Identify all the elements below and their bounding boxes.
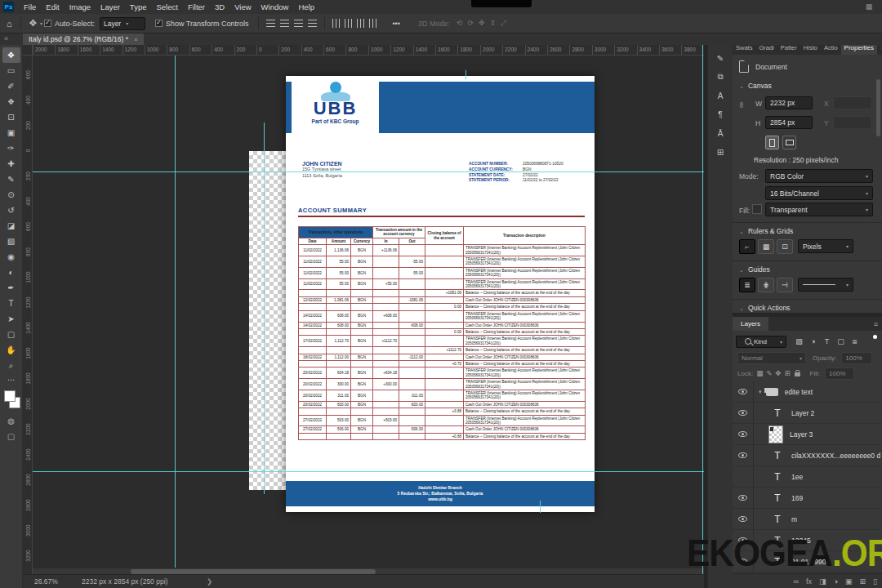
- visibility-toggle[interactable]: [733, 424, 754, 444]
- distribute-middle-icon[interactable]: [345, 19, 352, 28]
- layer-filter-icon[interactable]: T: [821, 336, 833, 348]
- smart-guides-icon[interactable]: ⋕: [758, 278, 774, 292]
- history-brush-tool[interactable]: ↺: [2, 203, 20, 218]
- layer-effects-icon[interactable]: fx: [806, 577, 812, 586]
- menu-item[interactable]: Image: [65, 0, 96, 14]
- guide-vertical-left[interactable]: [175, 56, 176, 568]
- ruler-units-dropdown[interactable]: Pixels▾: [798, 239, 853, 253]
- paragraph-panel-icon[interactable]: ¶: [711, 106, 729, 122]
- more-options-icon[interactable]: •••: [392, 20, 399, 28]
- lock-icon[interactable]: ✥: [775, 369, 781, 377]
- visibility-toggle[interactable]: [733, 488, 754, 508]
- visibility-toggle[interactable]: [733, 509, 754, 529]
- layer-filter-icon[interactable]: ◑: [807, 336, 819, 348]
- menu-item[interactable]: Layer: [96, 0, 125, 14]
- distribute-vertical-icon[interactable]: [369, 19, 376, 28]
- crop-tool[interactable]: ⊡: [2, 109, 20, 125]
- blur-tool[interactable]: ◉: [2, 249, 20, 265]
- guide-horizontal-bottom[interactable]: [33, 471, 704, 472]
- kind-filter-dropdown[interactable]: Kind ▾: [736, 336, 786, 348]
- rulers-grids-section-header[interactable]: ⌄Rulers & Grids: [739, 227, 793, 235]
- zoom-level-field[interactable]: 26.67%: [34, 577, 58, 586]
- edit-toolbar-icon[interactable]: ⋯: [7, 376, 15, 384]
- type-tool[interactable]: T: [2, 296, 20, 311]
- visibility-toggle[interactable]: [733, 466, 754, 487]
- zoom-tool[interactable]: ⌕: [2, 358, 20, 373]
- horizontal-ruler[interactable]: 2000180016001400120010008006004002000200…: [33, 45, 704, 56]
- tab-layers[interactable]: Layers: [733, 317, 768, 331]
- move-tool[interactable]: ✥: [2, 47, 20, 63]
- guide-vertical-right[interactable]: [702, 45, 703, 574]
- bit-depth-dropdown[interactable]: 16 Bits/Channel▾: [765, 186, 873, 200]
- canvas-section-header[interactable]: ⌄Canvas: [739, 82, 772, 90]
- grid-toggle-icon[interactable]: ▦: [758, 239, 774, 254]
- healing-brush-tool[interactable]: ✚: [2, 156, 20, 172]
- ruler-toggle-icon[interactable]: ⌐: [739, 239, 755, 254]
- horizontal-scrollbar[interactable]: [33, 568, 704, 574]
- clone-source-panel-icon[interactable]: ⧉: [711, 69, 729, 85]
- tab-overflow-chevron[interactable]: »: [4, 34, 8, 42]
- link-dimensions-icon[interactable]: ∞: [737, 102, 746, 108]
- align-left-icon[interactable]: [266, 20, 275, 27]
- layer-row[interactable]: m: [733, 509, 882, 530]
- quick-mask-icon[interactable]: ◍: [7, 416, 15, 425]
- delete-layer-icon[interactable]: ▯: [873, 577, 877, 586]
- guide-horizontal-top[interactable]: [33, 172, 704, 172]
- width-field[interactable]: 2232 px: [765, 96, 813, 109]
- lock-all-icon[interactable]: [795, 372, 800, 376]
- guides-toggle-icon[interactable]: ≣: [739, 278, 755, 292]
- eraser-tool[interactable]: ◪: [2, 218, 20, 234]
- dodge-tool[interactable]: ◐: [2, 265, 20, 280]
- show-transform-checkbox[interactable]: [155, 20, 163, 27]
- shape-tool[interactable]: ▢: [2, 327, 20, 342]
- landscape-orientation-button[interactable]: [782, 136, 796, 149]
- layer-row[interactable]: cilaXXXXXXX...eeeeeeee0 d: [733, 445, 882, 466]
- visibility-toggle[interactable]: [733, 445, 754, 466]
- path-select-tool[interactable]: ➤: [2, 311, 20, 327]
- guides-section-header[interactable]: ⌄Guides: [739, 265, 770, 274]
- hand-tool[interactable]: ✋: [2, 342, 20, 358]
- menu-item[interactable]: File: [19, 0, 41, 14]
- status-chevron-icon[interactable]: ❯: [207, 577, 212, 586]
- document-tab[interactable]: Italy id.psd @ 26.7% (RGB/16) * ×: [23, 33, 144, 45]
- fill-swatch[interactable]: [752, 204, 762, 214]
- marquee-tool[interactable]: ▭: [2, 63, 20, 78]
- layer-mask-icon[interactable]: ◨: [819, 577, 826, 586]
- lock-guides-icon[interactable]: ⊣: [777, 278, 793, 292]
- libraries-panel-icon[interactable]: ⊞: [711, 144, 729, 160]
- layer-row[interactable]: edite text: [733, 381, 882, 403]
- object-selection-tool[interactable]: ❖: [2, 94, 20, 109]
- gradient-tool[interactable]: ▧: [2, 234, 20, 249]
- distribute-top-icon[interactable]: [332, 19, 340, 28]
- lasso-tool[interactable]: ✐: [2, 78, 20, 94]
- quick-actions-section-header[interactable]: ⌄Quick Actions: [739, 304, 790, 312]
- menu-item[interactable]: Type: [125, 0, 152, 14]
- lock-icon[interactable]: ▦: [756, 369, 763, 377]
- eyedropper-tool[interactable]: ✑: [2, 140, 20, 156]
- menu-item[interactable]: Help: [293, 0, 319, 14]
- auto-select-dropdown[interactable]: Layer▾: [100, 17, 145, 30]
- layer-filter-icon[interactable]: ▨: [793, 336, 805, 348]
- align-justify-icon[interactable]: [308, 20, 317, 27]
- workspace-icon[interactable]: ▦: [862, 2, 875, 11]
- menu-item[interactable]: Select: [151, 0, 182, 14]
- lock-icon[interactable]: ✎: [766, 369, 772, 377]
- distribute-bottom-icon[interactable]: [357, 19, 364, 28]
- layer-row[interactable]: 1ee: [733, 466, 882, 488]
- fill-dropdown[interactable]: Transparent▾: [765, 203, 873, 216]
- screen-mode-icon[interactable]: ▢: [7, 432, 15, 441]
- character-panel-icon[interactable]: A: [711, 87, 729, 104]
- guide-vertical-mid[interactable]: [264, 122, 265, 494]
- link-layers-icon[interactable]: ∞: [794, 577, 799, 586]
- portrait-orientation-button[interactable]: [765, 136, 779, 149]
- visibility-toggle[interactable]: [733, 381, 754, 402]
- layer-row[interactable]: 169: [733, 488, 882, 509]
- layer-filter-icon[interactable]: ⧈: [849, 336, 861, 348]
- menu-item[interactable]: Filter: [183, 0, 210, 14]
- menu-item[interactable]: 3D: [210, 0, 229, 14]
- align-center-icon[interactable]: [280, 20, 289, 27]
- brushes-panel-icon[interactable]: ✎: [711, 50, 729, 66]
- align-right-icon[interactable]: [294, 20, 303, 27]
- menu-item[interactable]: Window: [256, 0, 294, 14]
- visibility-toggle[interactable]: [733, 403, 754, 423]
